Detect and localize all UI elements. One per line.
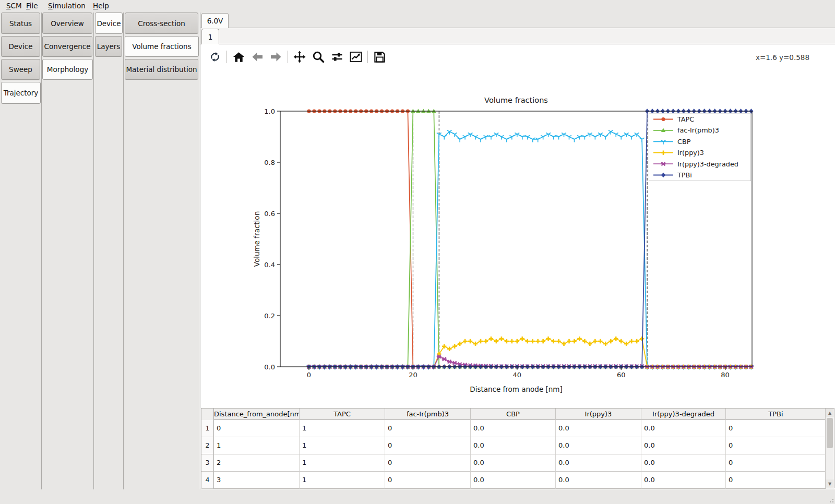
column-header[interactable]: Ir(ppy)3: [556, 409, 641, 420]
table-cell[interactable]: 0.0: [641, 437, 726, 454]
sidebar-item-status[interactable]: Status: [1, 13, 40, 34]
table-cell[interactable]: 0.0: [471, 472, 556, 489]
sidebar-item-material-distribution[interactable]: Material distribution: [125, 59, 198, 80]
column-header[interactable]: Distance_from_anode[nm]: [214, 409, 300, 420]
legend-entry-label: TPBi: [677, 171, 692, 179]
legend: TAPCfac-Ir(pmb)3CBPIr(ppy)3Ir(ppy)3-degr…: [649, 113, 751, 181]
column-header[interactable]: TAPC: [300, 409, 385, 420]
table-cell[interactable]: 0.0: [556, 472, 641, 489]
table-cell[interactable]: 0.0: [641, 472, 726, 489]
sidebar-item-label: Device: [8, 42, 32, 51]
plot-panel: x=1.6 y=0.588 0204060800.00.20.40.60.81.…: [200, 44, 835, 489]
magnifier-icon: [312, 50, 325, 64]
sidebar-item-volume-fractions[interactable]: Volume fractions: [125, 36, 199, 57]
sidebar-item-trajectory[interactable]: Trajectory: [1, 82, 41, 104]
data-table: Distance_from_anode[nm]TAPCfac-Ir(pmb)3C…: [201, 408, 834, 488]
pan-icon: [293, 50, 306, 64]
table-cell[interactable]: 1: [214, 437, 300, 454]
table-cell[interactable]: 0.0: [641, 454, 726, 472]
tab-page-1[interactable]: 1: [201, 29, 219, 44]
table-cell[interactable]: 0.0: [556, 437, 641, 454]
refresh-icon: [209, 51, 221, 63]
table-cell[interactable]: 0: [726, 454, 826, 472]
column-header[interactable]: CBP: [471, 409, 556, 420]
legend-entry-label: Ir(ppy)3-degraded: [677, 160, 738, 168]
row-number[interactable]: 2: [201, 437, 214, 454]
sidebar-item-morphology[interactable]: Morphology: [42, 59, 93, 80]
table-cell[interactable]: 0: [385, 472, 471, 489]
table-cell[interactable]: 1: [300, 472, 385, 489]
save-button[interactable]: [372, 50, 387, 64]
voltage-tab-bar: [200, 13, 835, 28]
sidebar-item-sweep[interactable]: Sweep: [1, 59, 40, 80]
home-icon: [232, 51, 245, 64]
table-cell[interactable]: 0: [214, 420, 300, 437]
toolbar-separator: [288, 51, 288, 63]
table-cell[interactable]: 1: [300, 420, 385, 437]
table-cell[interactable]: 0.0: [556, 454, 641, 472]
zoom-button[interactable]: [311, 50, 326, 64]
table-row: 21100.00.00.00: [201, 437, 834, 454]
sidebar-item-overview[interactable]: Overview: [42, 13, 92, 34]
row-number[interactable]: 1: [201, 420, 214, 437]
table-cell[interactable]: 0.0: [471, 420, 556, 437]
svg-text:0.2: 0.2: [264, 312, 275, 320]
sidebar-item-label: Morphology: [47, 65, 88, 74]
svg-text:60: 60: [617, 371, 626, 379]
scrollbar-thumb[interactable]: [827, 418, 833, 448]
sidebar-item-label: Cross-section: [138, 19, 185, 28]
forward-button[interactable]: [269, 50, 283, 64]
table-cell[interactable]: 2: [214, 454, 300, 472]
sidebar-item-label: Layers: [97, 42, 121, 51]
tab-voltage-6.0v[interactable]: 6.0V: [201, 13, 229, 28]
column-header[interactable]: fac-Ir(pmb)3: [385, 409, 471, 420]
home-button[interactable]: [231, 50, 246, 64]
row-number[interactable]: 3: [201, 454, 214, 472]
table-cell[interactable]: 0: [726, 437, 826, 454]
series-Ir(ppy)3: [307, 337, 754, 369]
toolbar-separator: [367, 51, 368, 63]
table-cell[interactable]: 0.0: [556, 420, 641, 437]
sidebar-item-layers[interactable]: Layers: [95, 36, 122, 57]
menu-item-file[interactable]: File: [24, 1, 40, 10]
sidebar-item-cross-section[interactable]: Cross-section: [125, 13, 198, 34]
table-cell[interactable]: 0: [385, 420, 471, 437]
pan-button[interactable]: [292, 50, 307, 64]
edit-plot-button[interactable]: [349, 50, 363, 64]
forward-arrow-icon: [269, 50, 283, 64]
sidebar-item-device[interactable]: Device: [1, 36, 40, 57]
menu-item-help[interactable]: Help: [91, 1, 111, 10]
svg-text:0.4: 0.4: [264, 261, 275, 269]
back-button[interactable]: [250, 50, 265, 64]
column-header[interactable]: Ir(ppy)3-degraded: [641, 409, 726, 420]
table-cell[interactable]: 1: [300, 437, 385, 454]
sidebar-item-device-section[interactable]: Device: [95, 13, 123, 34]
save-icon: [373, 51, 386, 64]
table-cell[interactable]: 0: [385, 437, 471, 454]
row-number[interactable]: 4: [201, 472, 214, 489]
menu-item-scm[interactable]: SCM: [4, 1, 24, 10]
svg-text:0.6: 0.6: [264, 210, 275, 218]
x-axis-label: Distance from anode [nm]: [470, 385, 563, 393]
table-scrollbar[interactable]: ▲ ▼: [825, 409, 834, 488]
table-cell[interactable]: 0.0: [471, 437, 556, 454]
window-resize-grip[interactable]: [827, 496, 833, 502]
chart-title: Volume fractions: [484, 96, 548, 104]
volume-fractions-chart[interactable]: 0204060800.00.20.40.60.81.0Volume fracti…: [200, 73, 835, 408]
table-cell[interactable]: 0: [726, 420, 826, 437]
table-cell[interactable]: 0: [385, 454, 471, 472]
table-header-row: Distance_from_anode[nm]TAPCfac-Ir(pmb)3C…: [201, 409, 834, 420]
refresh-button[interactable]: [208, 50, 222, 64]
menu-item-simulation[interactable]: Simulation: [46, 1, 88, 10]
table-cell[interactable]: 3: [214, 472, 300, 489]
scroll-up-button[interactable]: ▲: [826, 409, 834, 417]
table-cell[interactable]: 1: [300, 454, 385, 472]
table-cell[interactable]: 0: [726, 472, 826, 489]
table-cell[interactable]: 0.0: [641, 420, 726, 437]
sidebar-item-convergence[interactable]: Convergence: [42, 36, 92, 57]
column-header[interactable]: TPBi: [726, 409, 826, 420]
tab-label: 6.0V: [207, 17, 223, 25]
configure-subplots-button[interactable]: [330, 50, 344, 64]
table-cell[interactable]: 0.0: [471, 454, 556, 472]
scroll-down-button[interactable]: ▼: [826, 479, 834, 488]
